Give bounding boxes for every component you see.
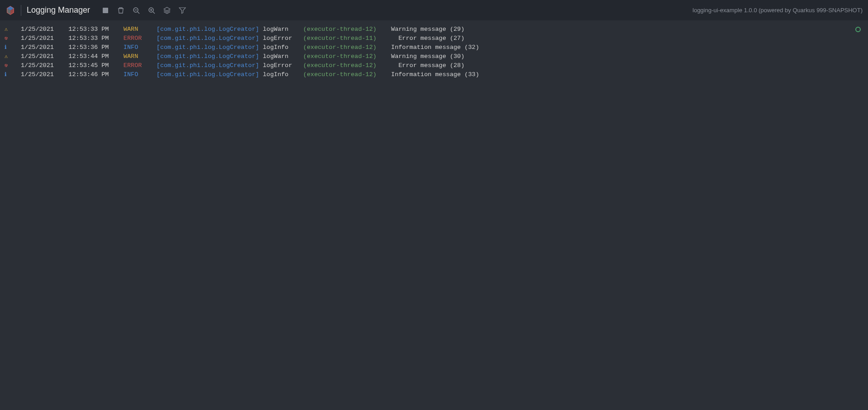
log-source: [com.git.phi.log.LogCreator]: [157, 70, 259, 79]
log-time: 12:53:36 PM: [68, 43, 124, 52]
svg-marker-12: [164, 7, 170, 11]
log-row: ⚠1/25/2021 12:53:33 PM WARN [com.git.phi…: [3, 25, 865, 34]
log-output: ⚠1/25/2021 12:53:33 PM WARN [com.git.phi…: [0, 20, 868, 84]
log-date: 1/25/2021: [21, 61, 68, 70]
log-time: 12:53:33 PM: [68, 25, 124, 34]
zoom-out-icon: [133, 7, 140, 14]
log-source: [com.git.phi.log.LogCreator]: [157, 25, 259, 34]
log-thread: (executor-thread-12): [303, 25, 391, 34]
log-time: 12:53:46 PM: [68, 70, 124, 79]
log-method: logWarn: [263, 52, 303, 61]
log-message: Warning message (30): [391, 52, 464, 61]
app-logo-icon: [5, 5, 15, 15]
log-source: [com.git.phi.log.LogCreator]: [157, 61, 259, 70]
filter-icon: [179, 7, 186, 14]
app-title: Logging Manager: [27, 5, 90, 15]
log-message: Error message (27): [391, 34, 464, 43]
svg-rect-4: [103, 8, 108, 13]
log-method: logError: [263, 34, 303, 43]
header-left: Logging Manager: [5, 5, 187, 16]
log-level-icon: ⚠: [3, 53, 21, 61]
log-message: Information message (33): [391, 70, 479, 79]
log-method: logWarn: [263, 25, 303, 34]
log-source: [com.git.phi.log.LogCreator]: [157, 43, 259, 52]
log-level: INFO: [124, 70, 157, 79]
toolbar: [101, 6, 187, 15]
filter-button[interactable]: [178, 6, 187, 15]
stop-button[interactable]: [101, 6, 110, 15]
log-row: ☢1/25/2021 12:53:33 PM ERROR [com.git.ph…: [3, 34, 865, 43]
log-source: [com.git.phi.log.LogCreator]: [157, 34, 259, 43]
log-time: 12:53:44 PM: [68, 52, 124, 61]
trash-icon: [117, 7, 124, 14]
log-row: ℹ1/25/2021 12:53:36 PM INFO [com.git.phi…: [3, 43, 865, 52]
connection-status-icon: [855, 27, 861, 32]
log-thread: (executor-thread-12): [303, 43, 391, 52]
log-date: 1/25/2021: [21, 43, 68, 52]
log-level-icon: ☢: [3, 34, 21, 43]
log-level-icon: ⚠: [3, 25, 21, 34]
header-bar: Logging Manager logging-ui-example 1.0.0…: [0, 0, 868, 20]
log-level: ERROR: [124, 61, 157, 70]
log-message: Warning message (29): [391, 25, 464, 34]
log-area-wrapper: ⚠1/25/2021 12:53:33 PM WARN [com.git.phi…: [0, 20, 868, 84]
log-date: 1/25/2021: [21, 25, 68, 34]
log-row: ⚠1/25/2021 12:53:44 PM WARN [com.git.phi…: [3, 52, 865, 61]
log-thread: (executor-thread-12): [303, 52, 391, 61]
log-level: WARN: [124, 25, 157, 34]
log-method: logInfo: [263, 70, 303, 79]
log-level: ERROR: [124, 34, 157, 43]
log-date: 1/25/2021: [21, 52, 68, 61]
layers-button[interactable]: [162, 6, 172, 15]
zoom-in-icon: [148, 7, 155, 14]
svg-line-9: [153, 12, 155, 14]
log-level: WARN: [124, 52, 157, 61]
log-method: logError: [263, 61, 303, 70]
log-date: 1/25/2021: [21, 34, 68, 43]
log-date: 1/25/2021: [21, 70, 68, 79]
header-divider: [21, 5, 21, 16]
log-time: 12:53:45 PM: [68, 61, 124, 70]
log-time: 12:53:33 PM: [68, 34, 124, 43]
layers-icon: [163, 7, 171, 14]
log-level-icon: ℹ: [3, 71, 21, 79]
log-source: [com.git.phi.log.LogCreator]: [157, 52, 259, 61]
log-level-icon: ℹ: [3, 43, 21, 52]
log-row: ☢1/25/2021 12:53:45 PM ERROR [com.git.ph…: [3, 61, 865, 70]
zoom-in-button[interactable]: [147, 6, 156, 15]
log-level-icon: ☢: [3, 62, 21, 70]
log-thread: (executor-thread-11): [303, 34, 391, 43]
app-version-status: logging-ui-example 1.0.0 (powered by Qua…: [692, 7, 863, 14]
log-method: logInfo: [263, 43, 303, 52]
zoom-out-button[interactable]: [132, 6, 141, 15]
log-message: Information message (32): [391, 43, 479, 52]
log-thread: (executor-thread-12): [303, 61, 391, 70]
log-row: ℹ1/25/2021 12:53:46 PM INFO [com.git.phi…: [3, 70, 865, 79]
log-message: Error message (28): [391, 61, 464, 70]
log-thread: (executor-thread-12): [303, 70, 391, 79]
clear-button[interactable]: [116, 6, 125, 15]
stop-icon: [102, 7, 109, 14]
log-level: INFO: [124, 43, 157, 52]
svg-line-6: [138, 12, 139, 14]
